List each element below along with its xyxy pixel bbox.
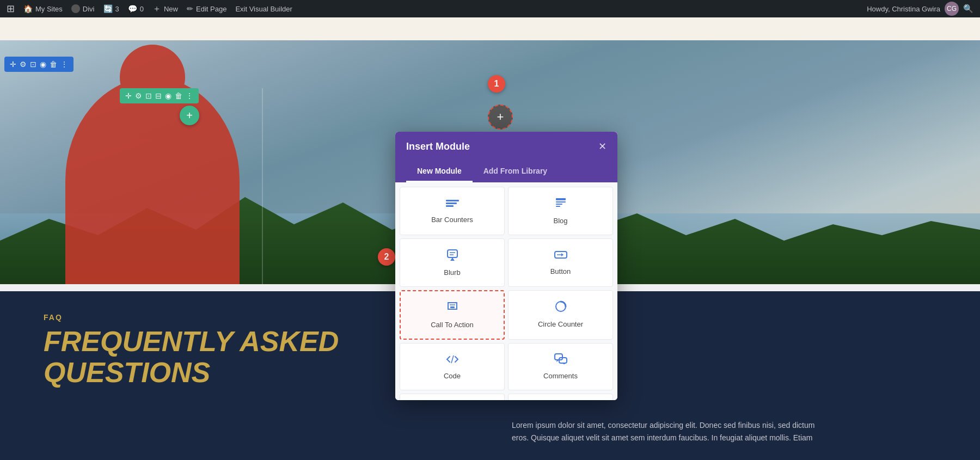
- column-divider: [262, 88, 263, 284]
- module-item-countdown-timer[interactable]: Countdown Timer: [508, 394, 613, 400]
- row-settings-icon[interactable]: ⚙: [135, 91, 142, 100]
- svg-rect-16: [555, 354, 562, 360]
- new-menu[interactable]: ＋ New: [152, 3, 178, 15]
- module-item-blog[interactable]: Blog: [508, 187, 613, 235]
- dialog-tabs: New Module Add From Library: [395, 161, 617, 182]
- svg-rect-4: [556, 201, 566, 203]
- section-move-icon[interactable]: ✛: [10, 60, 16, 69]
- module-grid: Bar Counters Blog Blurb: [400, 187, 613, 400]
- svg-rect-7: [448, 250, 457, 257]
- svg-rect-3: [556, 198, 566, 200]
- dialog-header: Insert Module ✕: [395, 132, 617, 161]
- comments-label: Comments: [543, 372, 578, 380]
- module-item-bar-counters[interactable]: Bar Counters: [400, 187, 505, 235]
- svg-line-15: [451, 355, 454, 363]
- row-move-icon[interactable]: ✛: [125, 91, 132, 100]
- comments-icon: [554, 353, 567, 367]
- step-2-badge: 2: [378, 248, 395, 266]
- module-item-contact-form[interactable]: Contact Form: [400, 394, 505, 400]
- svg-rect-1: [446, 205, 454, 207]
- exit-visual-builder[interactable]: Exit Visual Builder: [235, 5, 292, 13]
- circle-counter-icon: [555, 300, 567, 316]
- top-bar: [0, 17, 980, 40]
- row-toolbar: ✛ ⚙ ⊡ ⊟ ◉ 🗑 ⋮: [120, 88, 199, 103]
- module-item-call-to-action[interactable]: Call To Action: [400, 290, 505, 340]
- step-1-badge: 1: [488, 75, 505, 93]
- dialog-body: Bar Counters Blog Blurb: [395, 182, 617, 400]
- row-layout-icon[interactable]: ⊡: [145, 91, 152, 100]
- faq-body-text: Lorem ipsum dolor sit amet, consectetur …: [512, 419, 828, 444]
- faq-title: Frequently AskedQuestions: [44, 326, 425, 388]
- button-label: Button: [550, 267, 571, 275]
- person-silhouette: [65, 77, 240, 284]
- section-layout-icon[interactable]: ⊡: [30, 60, 36, 69]
- svg-rect-2: [446, 200, 459, 201]
- call-to-action-label: Call To Action: [431, 321, 474, 329]
- edit-page-link[interactable]: ✏ Edit Page: [187, 4, 226, 13]
- my-sites-menu[interactable]: 🏠 My Sites: [23, 4, 63, 13]
- section-settings-icon[interactable]: ⚙: [20, 60, 27, 69]
- row-toggle-icon[interactable]: ◉: [165, 91, 171, 100]
- module-item-button[interactable]: Button: [508, 238, 613, 287]
- module-item-circle-counter[interactable]: Circle Counter: [508, 290, 613, 340]
- section-more-icon[interactable]: ⋮: [60, 60, 68, 69]
- user-avatar[interactable]: CG: [945, 2, 959, 16]
- blurb-label: Blurb: [444, 268, 460, 277]
- blurb-icon: [446, 249, 458, 264]
- dialog-title: Insert Module: [406, 141, 470, 152]
- add-module-circle-button[interactable]: +: [488, 105, 513, 130]
- svg-rect-6: [556, 206, 560, 207]
- admin-bar: ⊞ 🏠 My Sites Divi 🔄 3 💬 0 ＋ New ✏ Edit P…: [0, 0, 980, 17]
- call-to-action-icon: [446, 301, 458, 316]
- search-icon[interactable]: 🔍: [963, 4, 973, 14]
- bar-counters-label: Bar Counters: [431, 216, 473, 224]
- code-label: Code: [444, 372, 461, 380]
- code-icon: [446, 353, 459, 367]
- revisions-menu[interactable]: 🔄 3: [103, 4, 119, 13]
- row-delete-icon[interactable]: 🗑: [175, 91, 182, 100]
- main-area: ✛ ⚙ ⊡ ◉ 🗑 ⋮ ✛ ⚙ ⊡ ⊟ ◉ 🗑 ⋮ + 1 + 2 FAQ Fr…: [0, 17, 980, 460]
- wordpress-logo[interactable]: ⊞: [7, 3, 15, 15]
- section-toolbar: ✛ ⚙ ⊡ ◉ 🗑 ⋮: [4, 57, 74, 72]
- add-module-button[interactable]: +: [180, 106, 199, 125]
- dialog-close-button[interactable]: ✕: [598, 140, 607, 152]
- module-item-blurb[interactable]: Blurb: [400, 238, 505, 287]
- button-icon: [554, 249, 567, 263]
- svg-rect-0: [446, 203, 457, 204]
- bar-counters-icon: [446, 197, 459, 211]
- section-delete-icon[interactable]: 🗑: [50, 60, 57, 69]
- blog-icon: [555, 197, 567, 212]
- divi-menu[interactable]: Divi: [71, 4, 95, 13]
- admin-bar-right: Howdy, Christina Gwira CG 🔍: [867, 2, 973, 16]
- blog-label: Blog: [553, 217, 567, 225]
- svg-rect-13: [450, 306, 455, 308]
- svg-rect-5: [556, 204, 562, 205]
- row-more-icon[interactable]: ⋮: [186, 91, 193, 100]
- comments-menu[interactable]: 💬 0: [128, 4, 144, 13]
- circle-counter-label: Circle Counter: [538, 320, 583, 328]
- add-module-plus-button[interactable]: +: [180, 106, 199, 125]
- module-item-code[interactable]: Code: [400, 343, 505, 390]
- section-toggle-icon[interactable]: ◉: [40, 60, 46, 69]
- module-item-comments[interactable]: Comments: [508, 343, 613, 390]
- tab-new-module[interactable]: New Module: [406, 161, 473, 182]
- insert-module-dialog: Insert Module ✕ New Module Add From Libr…: [395, 132, 617, 400]
- row-columns-icon[interactable]: ⊟: [155, 91, 162, 100]
- tab-add-from-library[interactable]: Add From Library: [473, 161, 558, 182]
